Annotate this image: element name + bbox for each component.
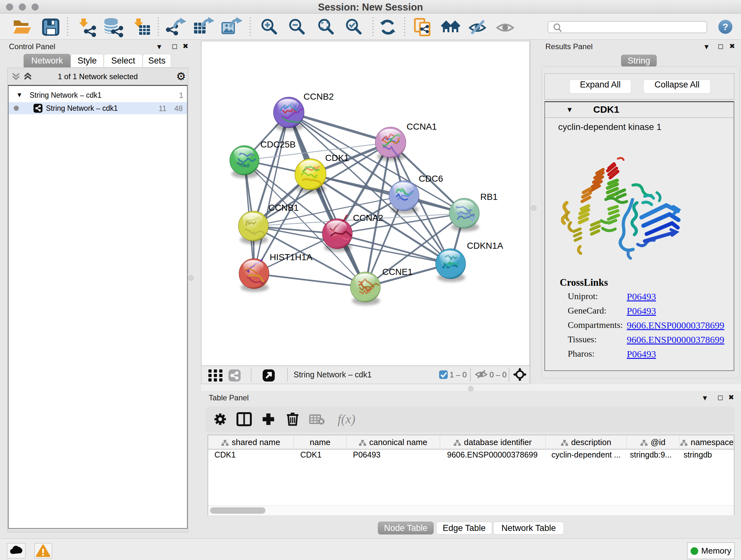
svg-text:0 – 0: 0 – 0 bbox=[489, 370, 507, 379]
svg-text:CCNE1: CCNE1 bbox=[382, 267, 413, 277]
svg-text:CCNA2: CCNA2 bbox=[353, 213, 383, 223]
svg-text:CDC25B: CDC25B bbox=[260, 139, 295, 149]
svg-text:CCNB2: CCNB2 bbox=[304, 91, 334, 102]
svg-text:CDK1: CDK1 bbox=[325, 153, 349, 163]
svg-text:HIST1H1A: HIST1H1A bbox=[270, 252, 313, 262]
svg-text:CCNA1: CCNA1 bbox=[407, 122, 437, 132]
svg-text:CCNB1: CCNB1 bbox=[268, 203, 299, 212]
svg-text:CDC6: CDC6 bbox=[419, 174, 443, 184]
svg-text:CDKN1A: CDKN1A bbox=[467, 241, 503, 251]
svg-text:1 – 0: 1 – 0 bbox=[450, 370, 467, 379]
svg-text:RB1: RB1 bbox=[480, 192, 497, 202]
svg-text:String Network – cdk1: String Network – cdk1 bbox=[293, 370, 372, 379]
svg-text:f(x): f(x) bbox=[338, 412, 355, 426]
